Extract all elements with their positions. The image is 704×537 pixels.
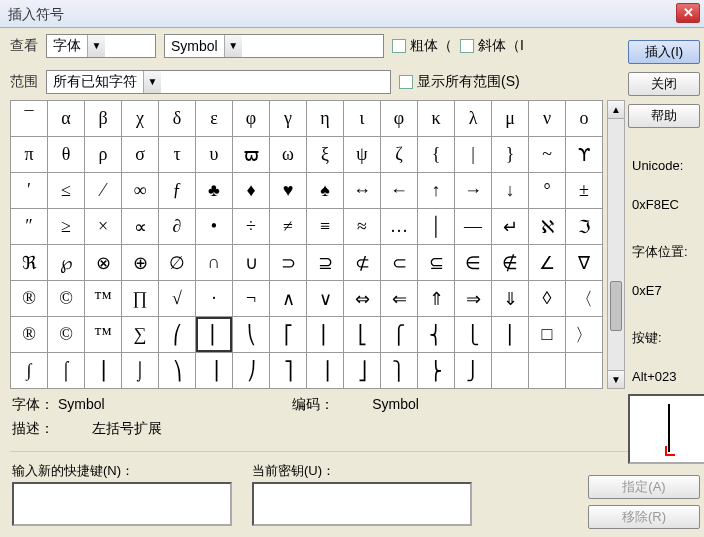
char-cell[interactable]: © [48, 281, 84, 316]
char-cell[interactable]: ↑ [418, 173, 454, 208]
char-cell[interactable]: … [381, 209, 417, 244]
char-cell[interactable]: ® [11, 317, 47, 352]
char-cell[interactable]: 〉 [566, 317, 602, 352]
char-cell[interactable]: ⊕ [122, 245, 158, 280]
char-cell[interactable]: ≈ [344, 209, 380, 244]
char-cell[interactable] [529, 353, 565, 388]
char-cell[interactable]: β [85, 101, 121, 136]
char-cell[interactable]: × [85, 209, 121, 244]
char-cell[interactable]: ∈ [455, 245, 491, 280]
char-cell[interactable]: ⎥ [307, 353, 343, 388]
show-all-ranges-checkbox[interactable]: 显示所有范围(S) [399, 73, 520, 91]
char-cell[interactable]: ≥ [48, 209, 84, 244]
char-cell[interactable]: ↵ [492, 209, 528, 244]
char-cell[interactable]: { [418, 137, 454, 172]
char-cell[interactable]: ∇ [566, 245, 602, 280]
char-cell[interactable]: ν [529, 101, 565, 136]
char-cell[interactable]: ⎬ [418, 353, 454, 388]
char-cell[interactable]: } [492, 137, 528, 172]
char-cell[interactable]: ⎤ [270, 353, 306, 388]
char-cell[interactable]: θ [48, 137, 84, 172]
italic-checkbox[interactable]: 斜体（I [460, 37, 524, 55]
new-shortcut-input[interactable] [12, 482, 232, 526]
char-cell[interactable]: ℜ [11, 245, 47, 280]
char-cell[interactable]: ⊆ [418, 245, 454, 280]
scroll-thumb[interactable] [610, 281, 622, 331]
char-cell[interactable]: ƒ [159, 173, 195, 208]
char-cell[interactable]: π [11, 137, 47, 172]
char-cell[interactable]: ← [381, 173, 417, 208]
char-cell[interactable]: ® [11, 281, 47, 316]
char-cell[interactable]: ⊃ [270, 245, 306, 280]
char-cell[interactable]: ♠ [307, 173, 343, 208]
char-cell[interactable]: ρ [85, 137, 121, 172]
char-cell[interactable]: ″ [11, 209, 47, 244]
char-cell[interactable]: ∫ [11, 353, 47, 388]
char-cell[interactable]: © [48, 317, 84, 352]
char-cell[interactable]: | [455, 137, 491, 172]
char-cell[interactable]: γ [270, 101, 306, 136]
char-cell[interactable]: ≤ [48, 173, 84, 208]
char-cell[interactable]: κ [418, 101, 454, 136]
char-cell[interactable]: ω [270, 137, 306, 172]
char-cell[interactable]: ≡ [307, 209, 343, 244]
char-cell[interactable]: ∩ [196, 245, 232, 280]
char-cell[interactable]: μ [492, 101, 528, 136]
char-cell[interactable]: ψ [344, 137, 380, 172]
char-cell[interactable]: υ [196, 137, 232, 172]
char-cell[interactable]: — [455, 209, 491, 244]
char-cell[interactable] [566, 353, 602, 388]
char-cell[interactable]: ⊗ [85, 245, 121, 280]
char-cell[interactable]: ⎟ [196, 353, 232, 388]
char-cell[interactable]: ′ [11, 173, 47, 208]
font-name-select[interactable]: Symbol ▼ [164, 34, 384, 58]
char-cell[interactable]: ™ [85, 317, 121, 352]
char-cell[interactable]: δ [159, 101, 195, 136]
char-cell[interactable]: ⎫ [381, 353, 417, 388]
range-select[interactable]: 所有已知字符 ▼ [46, 70, 391, 94]
char-cell[interactable]: ζ [381, 137, 417, 172]
current-key-list[interactable] [252, 482, 472, 526]
assign-button[interactable]: 指定(A) [588, 475, 700, 499]
char-cell[interactable]: ∉ [492, 245, 528, 280]
char-cell[interactable]: ⎢ [307, 317, 343, 352]
grid-scrollbar[interactable]: ▲ ▼ [607, 100, 625, 389]
remove-button[interactable]: 移除(R) [588, 505, 700, 529]
char-cell[interactable]: ⎭ [455, 353, 491, 388]
char-cell[interactable]: φ [381, 101, 417, 136]
char-cell[interactable]: ⎨ [418, 317, 454, 352]
insert-button[interactable]: 插入(I) [628, 40, 700, 64]
char-cell[interactable]: ∂ [159, 209, 195, 244]
char-cell[interactable]: ∪ [233, 245, 269, 280]
char-cell[interactable]: ~ [529, 137, 565, 172]
char-cell[interactable]: ∝ [122, 209, 158, 244]
char-cell[interactable]: ⎦ [344, 353, 380, 388]
char-cell[interactable]: ⎜ [196, 317, 232, 352]
char-cell[interactable]: ⎞ [159, 353, 195, 388]
char-cell[interactable]: ◊ [529, 281, 565, 316]
char-cell[interactable]: λ [455, 101, 491, 136]
char-cell[interactable]: ™ [85, 281, 121, 316]
char-cell[interactable]: ℵ [529, 209, 565, 244]
char-cell[interactable]: ∏ [122, 281, 158, 316]
char-cell[interactable]: ϒ [566, 137, 602, 172]
char-cell[interactable]: 〈 [566, 281, 602, 316]
char-cell[interactable]: ¬ [233, 281, 269, 316]
char-cell[interactable]: ℘ [48, 245, 84, 280]
char-cell[interactable]: χ [122, 101, 158, 136]
close-button[interactable]: 关闭 [628, 72, 700, 96]
char-cell[interactable]: ⊄ [344, 245, 380, 280]
char-cell[interactable]: ↔ [344, 173, 380, 208]
char-cell[interactable]: ∑ [122, 317, 158, 352]
char-cell[interactable]: ϖ [233, 137, 269, 172]
char-cell[interactable]: √ [159, 281, 195, 316]
char-cell[interactable]: □ [529, 317, 565, 352]
char-cell[interactable]: ± [566, 173, 602, 208]
char-cell[interactable]: ∞ [122, 173, 158, 208]
char-cell[interactable]: ⇑ [418, 281, 454, 316]
char-cell[interactable]: ♣ [196, 173, 232, 208]
char-cell[interactable]: ⌡ [122, 353, 158, 388]
char-cell[interactable]: ¯ [11, 101, 47, 136]
char-cell[interactable]: ⎝ [233, 317, 269, 352]
char-cell[interactable]: ⎩ [455, 317, 491, 352]
